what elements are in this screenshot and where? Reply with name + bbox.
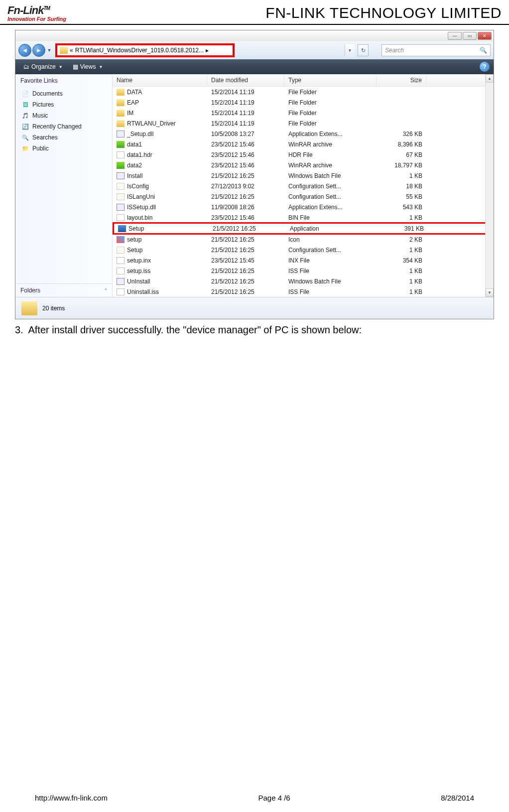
file-row[interactable]: ISLangUni 21/5/2012 16:25 Configuration …: [113, 191, 494, 202]
file-name: UnInstall: [127, 278, 150, 285]
file-row[interactable]: DATA 15/2/2014 11:19 File Folder: [113, 87, 494, 97]
file-row[interactable]: data2 23/5/2012 15:46 WinRAR archive 18,…: [113, 160, 494, 170]
status-bar: 20 items: [15, 297, 494, 319]
logo-tm: TM: [43, 5, 49, 11]
ini-icon: [117, 247, 125, 254]
col-name[interactable]: Name: [113, 74, 207, 86]
organize-button[interactable]: 🗂 Organize ▼: [19, 62, 67, 71]
file-row[interactable]: IsConfig 27/12/2013 9:02 Configuration S…: [113, 181, 494, 191]
forward-button[interactable]: ►: [32, 44, 45, 57]
file-row[interactable]: RTWLANU_Driver 15/2/2014 11:19 File Fold…: [113, 118, 494, 129]
maximize-button[interactable]: ▭: [463, 32, 477, 40]
file-icon: [117, 257, 125, 264]
scrollbar-vertical[interactable]: ▲ ▼: [485, 74, 494, 297]
rar-icon: [117, 162, 125, 169]
file-type: BIN File: [284, 214, 377, 221]
file-name: setup.iss: [127, 268, 150, 274]
file-row[interactable]: UnInstall 21/5/2012 16:25 Windows Batch …: [113, 276, 494, 286]
address-field[interactable]: « RTLWlanU_WindowsDriver_1019.0.0518.201…: [58, 47, 232, 54]
file-name: data2: [127, 162, 142, 169]
file-date: 15/2/2014 11:19: [207, 99, 284, 106]
dll-icon: [117, 204, 125, 211]
sidebar-item-label: Documents: [32, 90, 63, 97]
file-name: ISLangUni: [127, 193, 155, 200]
address-dropdown[interactable]: ▼: [345, 44, 355, 56]
column-headers: Name Date modified Type Size: [113, 74, 494, 87]
sr-icon: 🔍: [21, 134, 29, 141]
sidebar-item[interactable]: 🔄Recently Changed: [19, 121, 108, 132]
file-row[interactable]: Uninstall.iss 21/5/2012 16:25 ISS File 1…: [113, 286, 494, 297]
sidebar-item-label: Public: [32, 145, 49, 152]
sidebar-item[interactable]: 📁Public: [19, 143, 108, 154]
views-label: Views: [80, 63, 96, 70]
views-button[interactable]: ▦ Views ▼: [69, 62, 107, 71]
file-row[interactable]: data1.hdr 23/5/2012 15:46 HDR File 67 KB: [113, 149, 494, 160]
file-row[interactable]: data1 23/5/2012 15:46 WinRAR archive 8,3…: [113, 139, 494, 149]
file-size: 55 KB: [377, 193, 426, 200]
sidebar-item[interactable]: 📄Documents: [19, 88, 108, 99]
file-size: 1 KB: [377, 268, 426, 274]
close-button[interactable]: ✕: [478, 32, 492, 40]
scroll-down-arrow[interactable]: ▼: [486, 288, 494, 297]
sidebar-item[interactable]: 🎵Music: [19, 110, 108, 121]
file-date: 21/5/2012 16:25: [207, 278, 284, 285]
file-row[interactable]: ISSetup.dll 11/9/2008 18:26 Application …: [113, 202, 494, 212]
file-size: 67 KB: [377, 151, 426, 158]
views-icon: ▦: [73, 63, 78, 70]
search-input[interactable]: Search 🔍: [382, 44, 491, 56]
address-bar: ◄ ► ▼ « RTLWlanU_WindowsDriver_1019.0.05…: [15, 41, 494, 59]
file-row[interactable]: setup.inx 23/5/2012 15:45 INX File 354 K…: [113, 255, 494, 266]
doc-icon: 📄: [21, 90, 29, 98]
file-row[interactable]: Install 21/5/2012 16:25 Windows Batch Fi…: [113, 170, 494, 181]
file-date: 23/5/2012 15:45: [207, 257, 284, 264]
file-row[interactable]: IM 15/2/2014 11:19 File Folder: [113, 108, 494, 118]
file-date: 21/5/2012 16:25: [207, 193, 284, 200]
file-icon: [117, 268, 125, 274]
file-name: DATA: [127, 89, 142, 96]
col-type[interactable]: Type: [284, 74, 377, 86]
file-date: 23/5/2012 15:46: [207, 162, 284, 169]
file-name: setup.inx: [127, 257, 151, 264]
scroll-up-arrow[interactable]: ▲: [486, 74, 494, 83]
help-button[interactable]: ?: [480, 62, 490, 72]
file-row[interactable]: setup 21/5/2012 16:25 Icon 2 KB: [113, 234, 494, 245]
file-row[interactable]: layout.bin 23/5/2012 15:46 BIN File 1 KB: [113, 212, 494, 223]
file-type: File Folder: [284, 99, 377, 106]
file-row[interactable]: setup.iss 21/5/2012 16:25 ISS File 1 KB: [113, 266, 494, 276]
file-icon: [117, 151, 125, 158]
exe-icon: [118, 225, 126, 232]
folder-icon: [21, 301, 37, 315]
file-row[interactable]: _Setup.dll 10/5/2008 13:27 Application E…: [113, 129, 494, 139]
file-row[interactable]: EAP 15/2/2014 11:19 File Folder: [113, 97, 494, 108]
file-name: Uninstall.iss: [127, 288, 159, 295]
file-type: ISS File: [284, 268, 377, 274]
file-name: Setup: [127, 247, 142, 254]
minimize-button[interactable]: —: [448, 32, 462, 40]
file-type: HDR File: [284, 151, 377, 158]
sidebar-item[interactable]: 🖼Pictures: [19, 99, 108, 110]
file-row[interactable]: Setup 21/5/2012 16:25 Application 391 KB: [113, 222, 494, 235]
bat-icon: [117, 278, 125, 285]
back-button[interactable]: ◄: [18, 44, 31, 57]
file-size: 18 KB: [377, 183, 426, 190]
file-date: 27/12/2013 9:02: [207, 183, 284, 190]
file-size: 1 KB: [377, 247, 426, 254]
col-date[interactable]: Date modified: [207, 74, 284, 86]
file-row[interactable]: Setup 21/5/2012 16:25 Configuration Sett…: [113, 245, 494, 255]
file-type: Configuration Sett...: [284, 183, 377, 190]
file-name: Install: [127, 172, 142, 179]
file-name: IM: [127, 110, 133, 117]
nav-history-dropdown[interactable]: ▼: [46, 44, 52, 57]
sidebar-item[interactable]: 🔍Searches: [19, 132, 108, 143]
bat-icon: [117, 172, 125, 179]
file-type: Application Extens...: [284, 131, 377, 137]
folders-header[interactable]: Folders ˄: [15, 283, 112, 297]
file-type: File Folder: [284, 120, 377, 127]
ini-icon: [117, 183, 125, 190]
file-type: Application Extens...: [284, 204, 377, 211]
file-size: 326 KB: [377, 131, 426, 137]
refresh-button[interactable]: ↻: [358, 44, 369, 56]
col-size[interactable]: Size: [377, 74, 426, 86]
chevron-down-icon: ▼: [59, 65, 63, 69]
file-name: Setup: [128, 225, 144, 232]
